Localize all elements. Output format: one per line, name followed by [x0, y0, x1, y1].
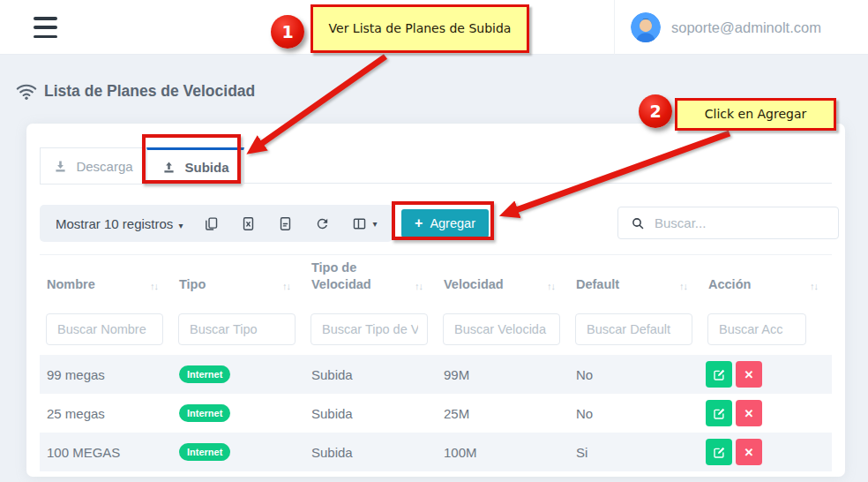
cell-actions: ✕ — [701, 439, 832, 465]
sort-icon: ↑↓ — [547, 280, 555, 294]
tab-subida[interactable]: Subida — [146, 147, 244, 185]
cell-velocidad: 99M — [437, 367, 569, 382]
cell-velocidad: 100M — [437, 445, 569, 460]
cell-tipo: Internet — [172, 365, 304, 383]
user-menu[interactable]: soporte@adminolt.com — [614, 0, 868, 55]
add-button[interactable]: + Agregar — [401, 209, 489, 237]
table-row: 99 megas Internet Subida 99M No ✕ — [40, 355, 832, 394]
filter-nombre-input[interactable] — [46, 313, 163, 345]
export-buttons: ▾ — [204, 216, 377, 231]
cell-nombre: 99 megas — [40, 367, 172, 382]
copy-button[interactable] — [204, 216, 219, 231]
menu-toggle-button[interactable] — [34, 17, 57, 38]
table-row: 100 MEGAS Internet Subida 100M Si ✕ — [40, 433, 832, 471]
cell-tipo-velocidad: Subida — [304, 445, 437, 460]
columns-icon — [352, 216, 367, 231]
table-row: 25 megas Internet Subida 25M No ✕ — [40, 394, 832, 433]
cell-default: No — [569, 406, 701, 421]
tipo-badge: Internet — [179, 365, 230, 383]
header-label: Default — [576, 276, 619, 294]
edit-button[interactable] — [706, 361, 732, 388]
wifi-icon — [16, 80, 37, 102]
header-label: Acción — [708, 276, 751, 294]
step-1-badge: 1 — [271, 15, 304, 49]
page-length-label: Mostrar 10 registros — [56, 216, 173, 231]
cell-velocidad: 25M — [437, 406, 569, 421]
download-icon — [53, 159, 68, 174]
step-2-callout: Click en Agregar — [675, 98, 836, 131]
avatar-icon — [631, 12, 661, 42]
column-visibility-button[interactable]: ▾ — [352, 216, 377, 231]
sort-icon: ↑↓ — [150, 280, 158, 294]
search-box — [617, 207, 839, 239]
file-text-icon — [278, 216, 293, 231]
caret-down-icon: ▾ — [178, 221, 183, 230]
column-header-nombre[interactable]: Nombre↑↓ — [40, 255, 172, 304]
plus-icon: + — [415, 216, 423, 230]
cell-nombre: 25 megas — [40, 406, 172, 421]
column-header-tipo[interactable]: Tipo↑↓ — [172, 255, 304, 304]
content-card: Descarga Subida Mostrar 10 registros▾ — [26, 124, 845, 477]
cell-tipo: Internet — [172, 404, 304, 422]
app-window: soporte@adminolt.com Lista de Planes de … — [0, 0, 868, 482]
sort-icon: ↑↓ — [415, 280, 423, 294]
upload-icon — [161, 160, 176, 175]
edit-button[interactable] — [706, 400, 732, 426]
cell-nombre: 100 MEGAS — [40, 445, 172, 460]
delete-button[interactable]: ✕ — [736, 400, 762, 426]
delete-button[interactable]: ✕ — [736, 439, 762, 465]
page-title-text: Lista de Planes de Velocidad — [44, 82, 255, 101]
export-excel-button[interactable] — [241, 216, 256, 231]
step-2-badge: 2 — [639, 94, 672, 128]
filter-accion-input[interactable] — [707, 313, 806, 345]
edit-icon — [713, 407, 726, 420]
filter-tipo-velocidad-input[interactable] — [311, 313, 428, 345]
tab-subida-label: Subida — [184, 160, 228, 175]
hamburger-icon — [34, 26, 57, 29]
refresh-button[interactable] — [315, 216, 330, 231]
filter-tipo-input[interactable] — [178, 313, 296, 345]
filter-velocidad-input[interactable] — [443, 313, 560, 345]
tab-descarga[interactable]: Descarga — [40, 147, 146, 185]
filter-default-input[interactable] — [575, 313, 692, 345]
user-email: soporte@adminolt.com — [671, 19, 821, 36]
header-label: Tipo — [179, 276, 206, 294]
cell-actions: ✕ — [701, 361, 832, 388]
table-header-row: Nombre↑↓ Tipo↑↓ Tipo de Velocidad↑↓ Velo… — [40, 254, 832, 304]
caret-down-icon: ▾ — [372, 219, 377, 229]
export-file-button[interactable] — [278, 216, 293, 231]
page-title: Lista de Planes de Velocidad — [16, 80, 255, 102]
close-icon: ✕ — [745, 407, 754, 420]
step-1-callout: Ver Lista de Planes de Subida — [311, 4, 529, 53]
header-label: Nombre — [47, 276, 95, 294]
copy-icon — [204, 216, 219, 231]
sort-icon: ↑↓ — [810, 280, 818, 294]
search-icon — [631, 216, 645, 230]
page-length-select[interactable]: Mostrar 10 registros▾ — [56, 216, 183, 231]
table-filter-row — [40, 309, 832, 350]
close-icon: ✕ — [745, 446, 754, 459]
header-label: Velocidad — [444, 276, 504, 294]
cell-actions: ✕ — [701, 400, 832, 426]
table-toolbar: Mostrar 10 registros▾ — [40, 205, 393, 242]
edit-button[interactable] — [706, 439, 732, 465]
excel-file-icon — [241, 216, 256, 231]
sort-icon: ↑↓ — [282, 280, 290, 294]
cell-tipo-velocidad: Subida — [304, 406, 437, 421]
column-header-accion[interactable]: Acción↑↓ — [701, 255, 832, 304]
column-header-default[interactable]: Default↑↓ — [569, 255, 701, 304]
tab-descarga-label: Descarga — [76, 159, 132, 174]
refresh-icon — [315, 216, 330, 231]
edit-icon — [713, 368, 726, 381]
user-avatar — [631, 12, 661, 42]
cell-tipo: Internet — [172, 443, 304, 461]
cell-default: No — [569, 367, 701, 382]
tipo-badge: Internet — [179, 443, 230, 461]
column-header-tipo-velocidad[interactable]: Tipo de Velocidad↑↓ — [304, 255, 437, 304]
cell-tipo-velocidad: Subida — [304, 367, 437, 382]
search-input[interactable] — [655, 215, 838, 230]
tipo-badge: Internet — [179, 404, 230, 422]
sort-icon: ↑↓ — [679, 280, 687, 294]
column-header-velocidad[interactable]: Velocidad↑↓ — [437, 255, 569, 304]
delete-button[interactable]: ✕ — [736, 361, 762, 388]
